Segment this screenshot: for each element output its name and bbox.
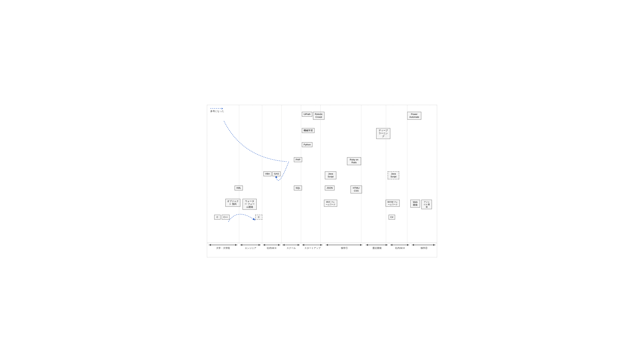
robotic-crowd-box: Robotic Crowd — [313, 112, 324, 120]
uipath-box: UiPath — [302, 112, 312, 117]
vba-box: VBA — [264, 171, 272, 176]
c-dashed-box: C — [255, 215, 262, 220]
label-dokugaku2: 独学② — [411, 247, 437, 250]
deep-learning-box: ディープ ラーニング — [376, 128, 390, 139]
c-box: C — [214, 215, 220, 220]
ruby-on-rails-box: Ruby on Rails — [347, 157, 361, 165]
waterfall-box: ウォーター フォール開発 — [242, 199, 257, 210]
javascript-dashed-box: Java Script — [388, 171, 399, 179]
gas-box: GAS — [272, 171, 280, 176]
label-engineer: エンジニア — [239, 247, 262, 250]
label-shasei2: 社内SE② — [390, 247, 411, 250]
label-shasei1: 社内SE① — [262, 247, 282, 250]
python-box: Python — [302, 142, 312, 147]
label-startup: スタートアップ — [301, 247, 324, 250]
html-css-box: HTML/ CSS — [350, 186, 362, 194]
mvc-box: MVC フレームワーク — [324, 200, 337, 207]
csharp-box: C# — [388, 215, 395, 220]
timeline: 大学・大学院 エンジニア 社内SE① スクール スタートアップ 独学① 委託開発… — [207, 243, 437, 257]
power-automate-box: Power Automate — [407, 112, 421, 120]
cpp-box: C++ — [222, 215, 230, 220]
diagram-inner: UiPath Robotic Crowd Power Automate 機械学習… — [207, 105, 437, 243]
label-dokugaku1: 独学① — [324, 247, 365, 250]
diagram-container: 参考になった UiPath Robotic Crowd — [207, 105, 437, 257]
xml-box: XML — [234, 186, 243, 191]
mvvm-box: MVVM フレームワーク — [386, 200, 400, 207]
label-ittaku: 委託開発 — [365, 247, 390, 250]
javascript-startup-box: Java Script — [325, 171, 336, 179]
web-dev-box: Web 開発 — [410, 200, 420, 208]
label-daigaku: 大学・大学院 — [207, 247, 239, 250]
object-oriented-box: オブジェクト 指向 — [225, 199, 240, 207]
agile-box: アジャイル 開発 — [421, 200, 432, 209]
kikai-gakushu-box: 機械学習 — [302, 128, 314, 133]
arrows-svg — [207, 105, 437, 243]
json-box: JSON — [325, 186, 334, 191]
label-school: スクール — [282, 247, 301, 250]
